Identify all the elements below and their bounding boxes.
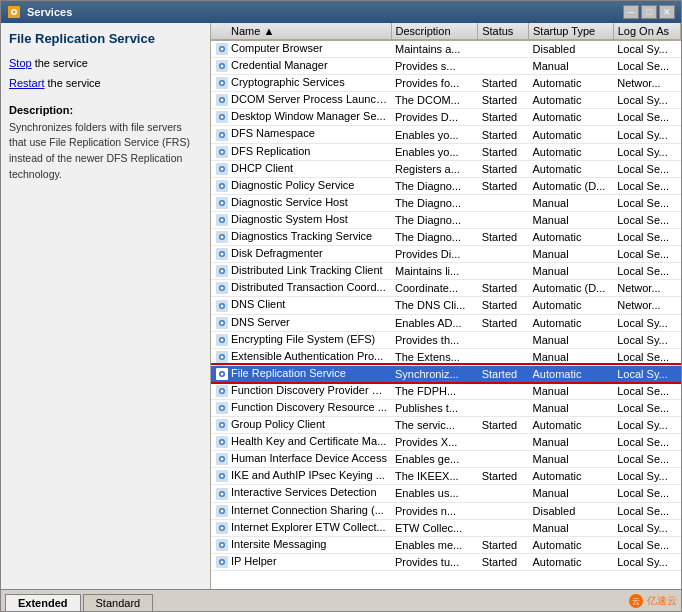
- cell-status: Started: [478, 297, 529, 314]
- services-window: Services ─ □ ✕ File Replication Service …: [0, 0, 682, 612]
- cell-desc: The DNS Cli...: [391, 297, 478, 314]
- table-row[interactable]: Credential ManagerProvides s...ManualLoc…: [211, 58, 681, 75]
- close-button[interactable]: ✕: [659, 5, 675, 19]
- cell-startup: Automatic: [529, 160, 614, 177]
- svg-point-17: [221, 116, 224, 119]
- table-row[interactable]: DCOM Server Process LauncherThe DCOM...S…: [211, 92, 681, 109]
- cell-status: Started: [478, 229, 529, 246]
- cell-logon: Local Se...: [613, 58, 680, 75]
- svg-point-14: [221, 99, 224, 102]
- svg-point-71: [221, 424, 224, 427]
- cell-name: Group Policy Client: [211, 417, 391, 434]
- action-links: Stop the service Restart the service: [9, 54, 202, 94]
- cell-logon: Local Sy...: [613, 468, 680, 485]
- cell-startup: Disabled: [529, 502, 614, 519]
- cell-logon: Local Sy...: [613, 519, 680, 536]
- table-row[interactable]: Function Discovery Resource ...Publishes…: [211, 399, 681, 416]
- table-row[interactable]: Intersite MessagingEnables me...StartedA…: [211, 536, 681, 553]
- svg-point-44: [221, 270, 224, 273]
- cell-desc: Provides D...: [391, 109, 478, 126]
- table-row[interactable]: Health Key and Certificate Ma...Provides…: [211, 434, 681, 451]
- right-panel: Name ▲ Description Status Startup Type L…: [211, 23, 681, 589]
- cell-desc: Provides fo...: [391, 75, 478, 92]
- cell-logon: Local Se...: [613, 348, 680, 365]
- cell-desc: Provides X...: [391, 434, 478, 451]
- table-row[interactable]: Internet Explorer ETW Collect...ETW Coll…: [211, 519, 681, 536]
- cell-name: Function Discovery Resource ...: [211, 399, 391, 416]
- col-header-desc[interactable]: Description: [391, 23, 478, 40]
- col-header-name[interactable]: Name ▲: [211, 23, 391, 40]
- cell-logon: Local Se...: [613, 399, 680, 416]
- cell-desc: The IKEEX...: [391, 468, 478, 485]
- table-row[interactable]: DFS ReplicationEnables yo...StartedAutom…: [211, 143, 681, 160]
- cell-name: DFS Replication: [211, 143, 391, 160]
- table-row[interactable]: Desktop Window Manager Se...Provides D..…: [211, 109, 681, 126]
- minimize-button[interactable]: ─: [623, 5, 639, 19]
- svg-point-5: [221, 48, 224, 51]
- cell-status: Started: [478, 160, 529, 177]
- cell-desc: Maintains a...: [391, 40, 478, 58]
- cell-status: Started: [478, 280, 529, 297]
- cell-name: Health Key and Certificate Ma...: [211, 434, 391, 451]
- table-row[interactable]: DNS ClientThe DNS Cli...StartedAutomatic…: [211, 297, 681, 314]
- cell-startup: Automatic: [529, 92, 614, 109]
- table-row[interactable]: Function Discovery Provider H...The FDPH…: [211, 382, 681, 399]
- tab-standard[interactable]: Standard: [83, 594, 154, 611]
- description-section: Description: Synchronizes folders with f…: [9, 104, 202, 183]
- cell-startup: Manual: [529, 246, 614, 263]
- cell-startup: Automatic: [529, 75, 614, 92]
- table-row[interactable]: Distributed Transaction Coord...Coordina…: [211, 280, 681, 297]
- table-scroll-area[interactable]: Name ▲ Description Status Startup Type L…: [211, 23, 681, 589]
- table-row[interactable]: IKE and AuthIP IPsec Keying ...The IKEEX…: [211, 468, 681, 485]
- cell-startup: Disabled: [529, 40, 614, 58]
- cell-status: [478, 40, 529, 58]
- stop-link[interactable]: Stop: [9, 57, 32, 69]
- cell-name: DCOM Server Process Launcher: [211, 92, 391, 109]
- cell-desc: Provides Di...: [391, 246, 478, 263]
- table-row[interactable]: IP HelperProvides tu...StartedAutomaticL…: [211, 553, 681, 570]
- table-row[interactable]: Extensible Authentication Pro...The Exte…: [211, 348, 681, 365]
- table-row[interactable]: Group Policy ClientThe servic...StartedA…: [211, 417, 681, 434]
- table-row[interactable]: Interactive Services DetectionEnables us…: [211, 485, 681, 502]
- col-header-status[interactable]: Status: [478, 23, 529, 40]
- table-row[interactable]: Disk DefragmenterProvides Di...ManualLoc…: [211, 246, 681, 263]
- cell-logon: Networ...: [613, 75, 680, 92]
- restart-link[interactable]: Restart: [9, 77, 44, 89]
- cell-logon: Local Se...: [613, 434, 680, 451]
- table-row[interactable]: Diagnostic Service HostThe Diagno...Manu…: [211, 194, 681, 211]
- col-header-startup[interactable]: Startup Type: [529, 23, 614, 40]
- cell-startup: Automatic (D...: [529, 177, 614, 194]
- svg-point-83: [221, 492, 224, 495]
- maximize-button[interactable]: □: [641, 5, 657, 19]
- col-header-logon[interactable]: Log On As: [613, 23, 680, 40]
- table-row[interactable]: DFS NamespaceEnables yo...StartedAutomat…: [211, 126, 681, 143]
- table-row[interactable]: Computer BrowserMaintains a...DisabledLo…: [211, 40, 681, 58]
- table-row[interactable]: File Replication ServiceSynchroniz...Sta…: [211, 365, 681, 382]
- cell-logon: Local Sy...: [613, 92, 680, 109]
- cell-name: Disk Defragmenter: [211, 246, 391, 263]
- table-row[interactable]: DHCP ClientRegisters a...StartedAutomati…: [211, 160, 681, 177]
- cell-startup: Automatic: [529, 536, 614, 553]
- cell-status: [478, 399, 529, 416]
- table-row[interactable]: Internet Connection Sharing (...Provides…: [211, 502, 681, 519]
- cell-name: Cryptographic Services: [211, 75, 391, 92]
- cell-name: Computer Browser: [211, 40, 391, 58]
- table-row[interactable]: Human Interface Device AccessEnables ge.…: [211, 451, 681, 468]
- table-row[interactable]: Diagnostic System HostThe Diagno...Manua…: [211, 211, 681, 228]
- cell-logon: Networ...: [613, 297, 680, 314]
- table-row[interactable]: Distributed Link Tracking ClientMaintain…: [211, 263, 681, 280]
- cell-startup: Manual: [529, 263, 614, 280]
- cell-startup: Manual: [529, 194, 614, 211]
- table-row[interactable]: DNS ServerEnables AD...StartedAutomaticL…: [211, 314, 681, 331]
- table-row[interactable]: Encrypting File System (EFS)Provides th.…: [211, 331, 681, 348]
- cell-name: Diagnostic System Host: [211, 211, 391, 228]
- table-header: Name ▲ Description Status Startup Type L…: [211, 23, 681, 40]
- watermark-icon: 云: [628, 593, 644, 609]
- tab-extended[interactable]: Extended: [5, 594, 81, 611]
- table-row[interactable]: Diagnostic Policy ServiceThe Diagno...St…: [211, 177, 681, 194]
- cell-desc: Provides s...: [391, 58, 478, 75]
- cell-logon: Local Se...: [613, 246, 680, 263]
- cell-status: [478, 434, 529, 451]
- table-row[interactable]: Cryptographic ServicesProvides fo...Star…: [211, 75, 681, 92]
- table-row[interactable]: Diagnostics Tracking ServiceThe Diagno..…: [211, 229, 681, 246]
